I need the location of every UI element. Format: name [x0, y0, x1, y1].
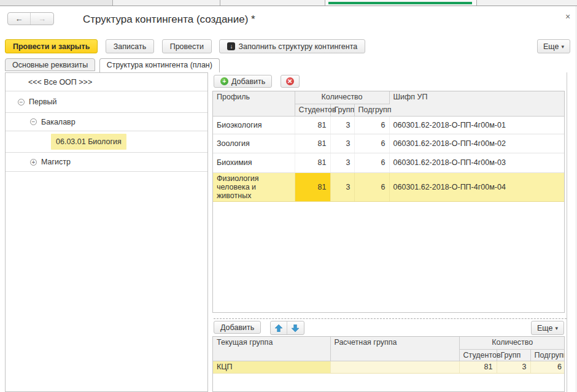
structure-plan-panel: + Добавить ✕ Профиль Количество Шифп УП … — [212, 72, 567, 392]
close-icon: × — [565, 12, 570, 21]
active-tab-green-indicator — [328, 2, 472, 4]
workspace-tab-active[interactable] — [325, 0, 477, 6]
delete-cross-icon: ✕ — [286, 77, 294, 85]
collapse-icon[interactable]: − — [18, 99, 25, 106]
form-tabs: Основные реквизиты Структура контингента… — [5, 58, 221, 72]
delete-row-button[interactable]: ✕ — [281, 75, 300, 88]
cell-subgroups[interactable]: 6 — [530, 361, 565, 373]
page-title: Структура контингента (создание) * — [83, 13, 255, 26]
cell-code[interactable]: 060301.62-2018-О-ПП-4г00м-03 — [389, 153, 565, 172]
table-row-selected[interactable]: Физиология человека и животных 81 3 6 06… — [213, 172, 565, 201]
tree-item-magistr[interactable]: + Магистр — [6, 153, 207, 172]
tree-item-label: 06.03.01 Биология — [51, 134, 126, 150]
cell-code[interactable]: 060301.62-2018-О-ПП-4г00м-02 — [389, 134, 565, 153]
cell-groups[interactable]: 3 — [330, 116, 354, 134]
workspace-tab-5[interactable] — [477, 0, 577, 6]
col-header-code[interactable]: Шифп УП — [389, 91, 565, 116]
workspace-tabstrip — [0, 0, 577, 6]
tree-item-perviy[interactable]: − Первый — [6, 91, 207, 113]
expand-icon[interactable]: + — [30, 159, 37, 166]
col-header-quantity[interactable]: Количество — [295, 91, 389, 104]
workspace-tab-2[interactable] — [113, 0, 220, 6]
tree-item-label: Магистр — [41, 158, 71, 166]
col-header-subgroups[interactable]: Подгрупп — [354, 104, 389, 116]
workspace-tab-1[interactable] — [0, 0, 113, 6]
table-row[interactable]: Зоология 81 3 6 060301.62-2018-О-ПП-4г00… — [213, 134, 565, 153]
back-icon: ← — [15, 14, 23, 23]
table-row[interactable]: Биоэкология 81 3 6 060301.62-2018-О-ПП-4… — [213, 116, 565, 134]
cell-students[interactable]: 81 — [295, 153, 330, 172]
cell-subgroups[interactable]: 6 — [354, 172, 389, 201]
cell-code[interactable]: 060301.62-2018-О-ПП-4г00м-01 — [389, 116, 565, 134]
back-button[interactable]: ← — [8, 13, 31, 25]
cell-profile[interactable]: Биоэкология — [213, 116, 295, 134]
cell-groups[interactable]: 3 — [330, 153, 354, 172]
cell-groups[interactable]: 3 — [330, 134, 354, 153]
cell-profile[interactable]: Зоология — [213, 134, 295, 153]
tree-item-biology-selected[interactable]: 06.03.01 Биология — [6, 131, 207, 153]
arrow-down-icon — [292, 325, 299, 332]
add-group-button[interactable]: Добавить — [214, 321, 261, 334]
col-header-profile[interactable]: Профиль — [213, 91, 295, 116]
workspace-tab-3[interactable] — [220, 0, 325, 6]
add-plus-icon: + — [220, 77, 228, 85]
cell-students[interactable]: 81 — [459, 361, 497, 373]
collapse-icon[interactable]: − — [30, 118, 37, 125]
post-and-close-button[interactable]: Провести и закрыть — [5, 39, 98, 53]
close-button[interactable]: × — [562, 11, 573, 22]
command-toolbar: Провести и закрыть Записать Провести ↓ З… — [5, 39, 570, 53]
add-row-button[interactable]: + Добавить — [214, 75, 272, 88]
arrow-up-icon — [275, 325, 282, 332]
more-button-top[interactable]: Еще ▾ — [537, 39, 570, 53]
forward-icon: → — [38, 14, 46, 23]
cell-current-group[interactable]: КЦП — [213, 361, 330, 373]
table-row[interactable]: Биохимия 81 3 6 060301.62-2018-О-ПП-4г00… — [213, 153, 565, 172]
tree-item-label: Бакалавр — [41, 118, 76, 126]
forward-button[interactable]: → — [31, 13, 53, 25]
cell-subgroups[interactable]: 6 — [354, 153, 389, 172]
window-right-edge — [576, 6, 576, 392]
plan-table: Профиль Количество Шифп УП Студентов Гру… — [212, 91, 565, 313]
tree-item-label: Первый — [29, 98, 57, 106]
tree-root-label: <<< Все ООП >>> — [28, 78, 92, 86]
tab-structure-plan[interactable]: Структура контингента (план) — [99, 58, 220, 72]
col-header-current-group[interactable]: Текущая группа — [213, 337, 330, 361]
cell-profile[interactable]: Физиология человека и животных — [213, 172, 295, 201]
panel-splitter[interactable] — [214, 318, 567, 319]
move-up-button[interactable] — [271, 321, 287, 334]
more-button-bottom[interactable]: Еще ▾ — [531, 321, 564, 335]
groups-table-toolbar: Добавить Еще ▾ — [214, 321, 564, 334]
col-header-students[interactable]: Студентов — [295, 104, 330, 116]
col-header-quantity[interactable]: Количество — [459, 337, 565, 349]
cell-students[interactable]: 81 — [295, 116, 330, 134]
fill-download-icon: ↓ — [227, 42, 235, 50]
application-window: ← → Структура контингента (создание) * ×… — [0, 0, 577, 392]
oop-tree-panel: <<< Все ООП >>> − Первый − Бакалавр 06.0… — [5, 72, 208, 392]
cell-code[interactable]: 060301.62-2018-О-ПП-4г00м-04 — [389, 172, 565, 201]
cell-groups[interactable]: 3 — [330, 172, 354, 201]
fill-structure-button[interactable]: ↓ Заполнить структуру контингента — [219, 39, 365, 53]
cell-subgroups[interactable]: 6 — [354, 134, 389, 153]
col-header-calc-group[interactable]: Расчетная группа — [330, 337, 459, 361]
post-button[interactable]: Провести — [162, 39, 212, 53]
col-header-groups[interactable]: Групп — [497, 349, 530, 361]
more-label: Еще — [537, 324, 552, 332]
plan-table-toolbar: + Добавить ✕ — [214, 75, 564, 88]
tab-main-attributes[interactable]: Основные реквизиты — [5, 58, 95, 71]
chevron-down-icon: ▾ — [555, 325, 558, 331]
groups-table: Текущая группа Расчетная группа Количест… — [212, 336, 565, 392]
save-button[interactable]: Записать — [106, 39, 154, 53]
more-label: Еще — [543, 42, 559, 51]
tree-item-bakalavr[interactable]: − Бакалавр — [6, 113, 207, 131]
col-header-students[interactable]: Студентов — [459, 349, 497, 361]
cell-groups[interactable]: 3 — [497, 361, 530, 373]
cell-students[interactable]: 81 — [295, 134, 330, 153]
cell-profile[interactable]: Биохимия — [213, 153, 295, 172]
col-header-subgroups[interactable]: Подгрупп — [530, 349, 565, 361]
cell-students-active[interactable]: 81 — [295, 172, 330, 201]
tree-root-item[interactable]: <<< Все ООП >>> — [6, 73, 207, 91]
move-down-button[interactable] — [287, 321, 304, 334]
cell-subgroups[interactable]: 6 — [354, 116, 389, 134]
table-row-kcp[interactable]: КЦП 81 3 6 — [213, 361, 565, 373]
cell-calc-group[interactable] — [330, 361, 459, 373]
